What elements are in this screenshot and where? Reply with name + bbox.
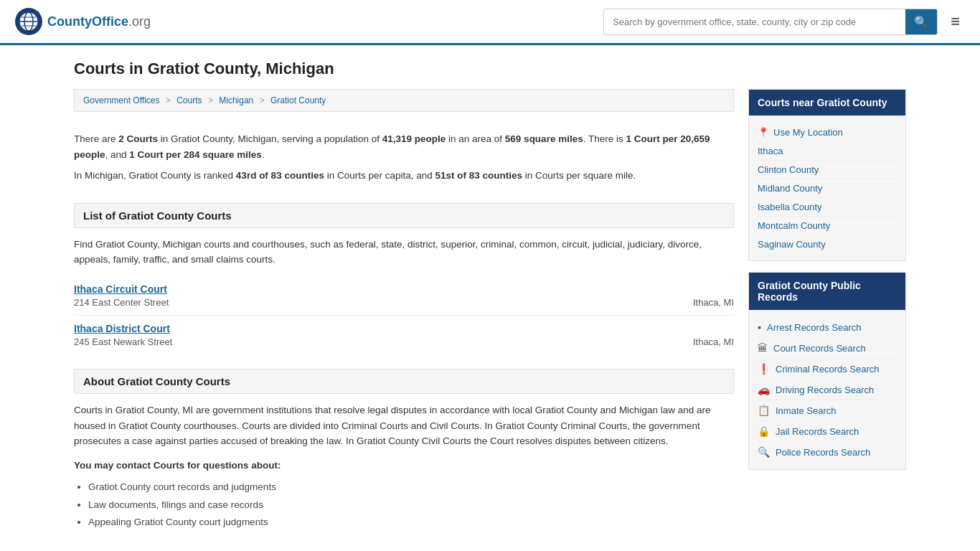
contact-item-1: Law documents, filings and case records	[88, 496, 734, 514]
court-city-1: Ithaca, MI	[693, 336, 734, 347]
ranked-area: 51st of 83 counties	[435, 170, 523, 181]
court-item-0: Ithaca Circuit Court 214 East Center Str…	[74, 276, 734, 316]
header: CountyOffice.org 🔍 ≡	[0, 0, 980, 45]
public-records-section: Gratiot County Public Records ▪ Arrest R…	[748, 272, 906, 470]
area: 569 square miles	[505, 133, 583, 144]
logo-area: CountyOffice.org	[14, 7, 151, 36]
public-record-label-4: Inmate Search	[776, 405, 837, 416]
nearby-header: Courts near Gratiot County	[749, 90, 905, 116]
public-record-label-3: Driving Records Search	[776, 385, 874, 395]
logo-text: CountyOffice.org	[47, 14, 151, 29]
public-record-link-1[interactable]: 🏛 Court Records Search	[758, 338, 897, 359]
per-area: 1 Court per 284 square miles	[129, 149, 262, 160]
breadcrumb-link-gov[interactable]: Government Offices	[83, 95, 160, 105]
info-paragraph-2: In Michigan, Gratiot County is ranked 43…	[74, 168, 734, 184]
public-record-label-6: Police Records Search	[776, 447, 870, 458]
population: 41,319 people	[382, 133, 446, 144]
public-record-label-2: Criminal Records Search	[776, 364, 880, 375]
breadcrumb-link-gratiot[interactable]: Gratiot County	[270, 95, 326, 105]
location-icon: 📍	[758, 127, 769, 138]
nearby-link-5[interactable]: Saginaw County	[758, 235, 897, 253]
public-record-link-2[interactable]: ❗ Criminal Records Search	[758, 359, 897, 380]
jail-records-icon: 🔒	[758, 425, 770, 437]
public-record-link-5[interactable]: 🔒 Jail Records Search	[758, 421, 897, 442]
nearby-link-4[interactable]: Montcalm County	[758, 217, 897, 235]
search-icon: 🔍	[914, 16, 928, 28]
public-record-link-6[interactable]: 🔍 Police Records Search	[758, 442, 897, 462]
public-record-label-5: Jail Records Search	[776, 426, 859, 437]
nearby-link-3[interactable]: Isabella County	[758, 198, 897, 217]
menu-button[interactable]: ≡	[945, 9, 966, 34]
courts-list-section: List of Gratiot County Courts Find Grati…	[74, 203, 734, 354]
driving-records-icon: 🚗	[758, 384, 770, 395]
court-address-0: 214 East Center Street	[74, 297, 169, 308]
search-bar: 🔍	[603, 9, 938, 35]
court-address-1: 245 East Newark Street	[74, 336, 172, 347]
public-record-link-0[interactable]: ▪ Arrest Records Search	[758, 317, 897, 338]
courts-count: 2 Courts	[118, 133, 158, 144]
court-item-1: Ithaca District Court 245 East Newark St…	[74, 316, 734, 354]
nearby-link-1[interactable]: Clinton County	[758, 161, 897, 179]
nearby-body: 📍 Use My Location Ithaca Clinton County …	[749, 116, 905, 260]
sidebar: Courts near Gratiot County 📍 Use My Loca…	[748, 89, 906, 531]
logo-icon	[14, 7, 43, 36]
contact-heading: You may contact Courts for questions abo…	[74, 458, 734, 474]
use-location-label: Use My Location	[773, 127, 843, 138]
about-header: About Gratiot County Courts	[74, 369, 734, 394]
public-record-link-3[interactable]: 🚗 Driving Records Search	[758, 380, 897, 400]
court-city-0: Ithaca, MI	[693, 297, 734, 308]
court-records-icon: 🏛	[758, 342, 768, 354]
main-content: Government Offices > Courts > Michigan >…	[74, 89, 734, 531]
hamburger-icon: ≡	[951, 12, 960, 30]
nearby-link-2[interactable]: Midland County	[758, 179, 897, 198]
public-record-link-4[interactable]: 📋 Inmate Search	[758, 400, 897, 421]
nearby-section: Courts near Gratiot County 📍 Use My Loca…	[748, 89, 906, 261]
about-paragraph: Courts in Gratiot County, MI are governm…	[74, 402, 734, 449]
court-address-row-1: 245 East Newark Street Ithaca, MI	[74, 336, 734, 347]
breadcrumb-link-courts[interactable]: Courts	[176, 95, 202, 105]
nearby-link-0[interactable]: Ithaca	[758, 142, 897, 161]
info-paragraph-1: There are 2 Courts in Gratiot County, Mi…	[74, 131, 734, 162]
court-name-1[interactable]: Ithaca District Court	[74, 323, 734, 334]
use-my-location[interactable]: 📍 Use My Location	[758, 123, 897, 142]
contact-item-2: Appealing Gratiot County court judgments	[88, 514, 734, 531]
criminal-records-icon: ❗	[758, 363, 770, 375]
search-input[interactable]	[604, 11, 905, 33]
search-button[interactable]: 🔍	[905, 9, 937, 34]
contact-item-0: Gratiot County court records and judgmen…	[88, 479, 734, 496]
courts-list-header: List of Gratiot County Courts	[74, 203, 734, 228]
courts-list-description: Find Gratiot County, Michigan courts and…	[74, 237, 734, 268]
breadcrumb-link-michigan[interactable]: Michigan	[219, 95, 253, 105]
public-record-label-0: Arrest Records Search	[767, 322, 862, 333]
arrest-icon: ▪	[758, 321, 761, 333]
breadcrumb: Government Offices > Courts > Michigan >…	[74, 89, 734, 112]
inmate-search-icon: 📋	[758, 405, 770, 416]
about-section: About Gratiot County Courts Courts in Gr…	[74, 369, 734, 531]
header-right: 🔍 ≡	[603, 9, 966, 35]
info-block: There are 2 Courts in Gratiot County, Mi…	[74, 123, 734, 192]
public-records-header: Gratiot County Public Records	[749, 273, 905, 310]
public-record-label-1: Court Records Search	[773, 343, 866, 354]
content-layout: Government Offices > Courts > Michigan >…	[74, 89, 906, 531]
ranked-capita: 43rd of 83 counties	[236, 170, 324, 181]
contact-list: Gratiot County court records and judgmen…	[74, 479, 734, 531]
public-records-body: ▪ Arrest Records Search 🏛 Court Records …	[749, 310, 905, 469]
page-wrapper: Courts in Gratiot County, Michigan Gover…	[60, 45, 920, 545]
police-records-icon: 🔍	[758, 446, 770, 458]
page-title: Courts in Gratiot County, Michigan	[74, 60, 906, 78]
court-name-0[interactable]: Ithaca Circuit Court	[74, 283, 734, 295]
court-address-row-0: 214 East Center Street Ithaca, MI	[74, 297, 734, 308]
